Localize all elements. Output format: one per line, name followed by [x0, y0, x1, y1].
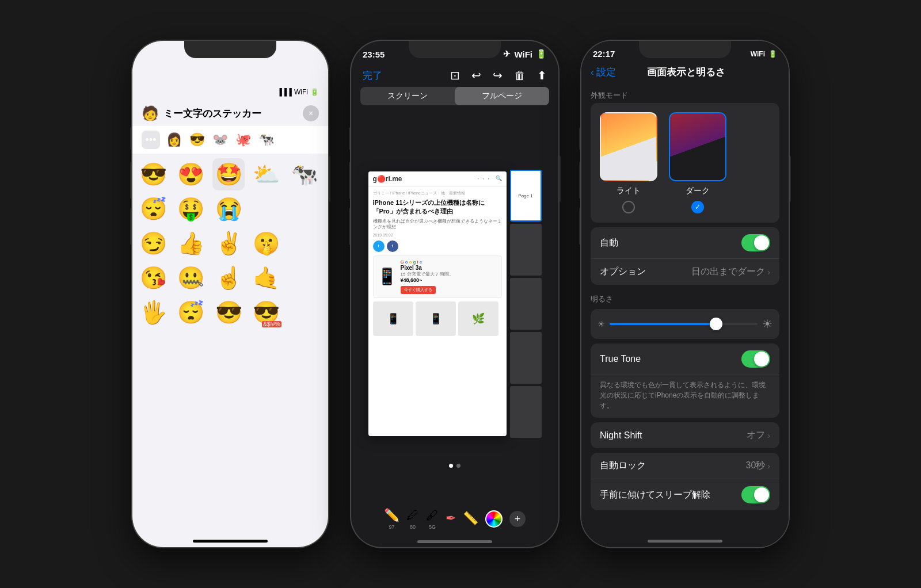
dark-mode-preview: 9:41: [669, 112, 726, 181]
memoji-tab-face[interactable]: 👩: [165, 131, 183, 149]
memoji-item[interactable]: 😎&$!#%: [250, 296, 283, 329]
true-tone-label: True Tone: [600, 354, 641, 364]
editor-done-button[interactable]: 完了: [363, 69, 382, 82]
memoji-item[interactable]: 😎: [212, 296, 245, 329]
thumb-3[interactable]: [510, 278, 542, 330]
twitter-btn[interactable]: t: [373, 240, 385, 252]
true-tone-row: True Tone: [591, 343, 779, 375]
dark-mode-option[interactable]: 9:41 ダーク: [669, 112, 726, 213]
memoji-tab-octopus[interactable]: 🐙: [234, 131, 252, 149]
memoji-title-area: 🧑 ミー文字のステッカー: [142, 105, 303, 121]
light-mode-radio[interactable]: [622, 201, 635, 213]
memoji-item[interactable]: ✌️: [212, 227, 245, 259]
options-row[interactable]: オプション 日の出までダーク ›: [591, 259, 779, 285]
delete-icon[interactable]: 🗑: [514, 69, 526, 82]
ad-inner: 📱 Google Pixel 3a 15 分充電で最大 7 時間。 ¥48,60…: [377, 259, 498, 294]
auto-toggle[interactable]: [741, 234, 770, 251]
auto-lock-card[interactable]: 自動ロック 30秒 › 手前に傾けてスリープ解除: [591, 453, 779, 510]
memoji-item[interactable]: 😍: [175, 158, 207, 190]
memoji-tab-mouse[interactable]: 🐭: [211, 131, 229, 149]
tab-screen[interactable]: スクリーン: [360, 87, 455, 105]
thumb-5[interactable]: [510, 386, 542, 438]
eraser-icon: ✒: [446, 511, 456, 526]
memoji-item[interactable]: 🤩: [212, 158, 245, 190]
memoji-item[interactable]: 😘: [137, 262, 169, 294]
dark-mode-radio[interactable]: [691, 201, 704, 213]
product-img-1: 📱: [373, 301, 413, 336]
wake-toggle[interactable]: [741, 486, 770, 503]
ad-text: Google Pixel 3a 15 分充電で最大 7 時間。 ¥48,600~…: [401, 259, 454, 294]
light-mode-option[interactable]: 9:41 ライト: [600, 112, 657, 213]
crop-icon[interactable]: ⊡: [450, 68, 460, 82]
memoji-item[interactable]: [288, 193, 320, 225]
memoji-tab-cow[interactable]: 🐄: [257, 131, 275, 149]
option-chevron-icon: ›: [767, 268, 770, 277]
pencil-label: 97: [389, 524, 394, 530]
memoji-item[interactable]: ⛅: [250, 158, 283, 190]
home-indicator-3: [648, 540, 722, 543]
tool-ruler[interactable]: 📏: [463, 511, 478, 527]
memoji-item[interactable]: ☝️: [212, 262, 245, 294]
memoji-item[interactable]: 😏: [137, 227, 169, 259]
editor-status-bar: 23:55 ✈ WiFi 🔋: [351, 41, 558, 64]
tool-eraser[interactable]: ✒: [446, 511, 456, 527]
pen-label: 5G: [429, 524, 436, 530]
memoji-item[interactable]: 🖐️: [137, 296, 169, 329]
memoji-close-button[interactable]: ×: [303, 105, 319, 121]
thumbnail-list: Page 1: [510, 170, 542, 438]
settings-page-title: 画面表示と明るさ: [647, 66, 725, 79]
share-icon[interactable]: ⬆: [537, 68, 547, 82]
auto-lock-chevron-icon: ›: [767, 461, 770, 471]
side-btn-2-power: [558, 156, 561, 202]
memoji-item[interactable]: 🐄: [288, 158, 320, 190]
memoji-item[interactable]: 🤐: [175, 262, 207, 294]
memoji-item[interactable]: 😎: [137, 158, 169, 190]
brightness-thumb[interactable]: [710, 318, 722, 330]
color-picker-button[interactable]: [485, 510, 503, 528]
ad-price: ¥48,600~: [401, 277, 454, 283]
memoji-tab-sunglasses[interactable]: 😎: [188, 131, 206, 149]
tool-pen[interactable]: 🖋 5G: [426, 508, 439, 530]
site-content: ゴリミー / iPhone / iPhoneニュース・他・最新情報 iPhone…: [368, 187, 507, 339]
memoji-item[interactable]: 👍: [175, 227, 207, 259]
memoji-tab-more[interactable]: •••: [142, 131, 160, 149]
product-images: 📱 📱 🌿: [373, 301, 502, 336]
undo-icon[interactable]: ↩: [471, 68, 481, 82]
memoji-item[interactable]: 😭: [212, 193, 245, 225]
tool-marker[interactable]: 🖊 80: [406, 508, 419, 530]
thumb-4[interactable]: [510, 332, 542, 384]
brightness-track[interactable]: [610, 323, 758, 325]
article-title: iPhone 11シリーズの上位機種は名称に「Pro」が含まれるべき理由: [373, 198, 502, 216]
memoji-grid: 😎 😍 🤩 ⛅ 🐄 😴 🤑 😭 😏 👍 ✌️ 🤫 😘: [132, 154, 328, 333]
pen-icon: 🖋: [426, 508, 439, 523]
brightness-high-icon: ☀: [762, 317, 772, 331]
ad-buy-button[interactable]: 今すぐ購入する: [401, 286, 436, 294]
memoji-item[interactable]: [288, 227, 320, 259]
thumb-1[interactable]: Page 1: [510, 170, 542, 222]
memoji-item[interactable]: [288, 262, 320, 294]
auto-label: 自動: [600, 237, 618, 249]
thumb-2[interactable]: [510, 224, 542, 276]
memoji-item[interactable]: 🤑: [175, 193, 207, 225]
editor-status-icons: ✈ WiFi 🔋: [503, 49, 547, 59]
memoji-item[interactable]: 🤫: [250, 227, 283, 259]
redo-icon[interactable]: ↪: [493, 68, 503, 82]
ad-block: 📱 Google Pixel 3a 15 分充電で最大 7 時間。 ¥48,60…: [373, 255, 502, 298]
ruler-icon: 📏: [463, 511, 478, 526]
tab-fullpage[interactable]: フルページ: [455, 87, 549, 105]
night-shift-card[interactable]: Night Shift オフ ›: [591, 422, 779, 448]
memoji-item[interactable]: 😴: [137, 193, 169, 225]
site-header: g🔴ri.me ・・・ 🔍: [368, 171, 507, 187]
back-button[interactable]: ‹ 設定: [591, 66, 616, 79]
memoji-item[interactable]: 😴: [175, 296, 207, 329]
add-tool-button[interactable]: +: [509, 511, 526, 527]
menu-link: ・・・: [475, 175, 491, 183]
memoji-item[interactable]: [250, 193, 283, 225]
true-tone-card: True Tone 異なる環境でも色が一貫して表示されるように、環境光の状況に応…: [591, 343, 779, 418]
true-tone-toggle[interactable]: [741, 350, 770, 368]
memoji-item[interactable]: 🤙: [250, 262, 283, 294]
phone-3-frame: 22:17 WiFi 🔋 ‹ 設定 画面表示と明るさ 外観モード: [581, 41, 789, 547]
tool-pencil[interactable]: ✏️ 97: [384, 508, 399, 530]
facebook-btn[interactable]: f: [387, 240, 398, 252]
editor-toolbar: 完了 ⊡ ↩ ↪ 🗑 ⬆: [351, 64, 558, 87]
